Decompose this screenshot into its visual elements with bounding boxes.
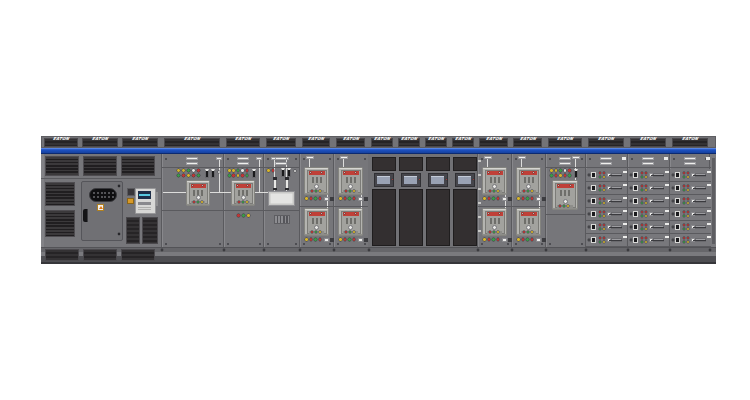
screw (295, 243, 297, 245)
bucket-tag (623, 210, 627, 213)
indicator-led (319, 231, 321, 233)
bucket-breaker[interactable] (591, 237, 596, 243)
bay-label-plate (275, 162, 287, 165)
breaker-contact-slot (532, 218, 534, 224)
indicator-led (267, 169, 270, 172)
indicator-led (193, 201, 195, 203)
screw (267, 243, 269, 245)
bucket-breaker[interactable] (633, 185, 638, 191)
brand-logo: EATON (398, 136, 419, 142)
breaker-charge-handle[interactable] (526, 225, 531, 230)
vent-grille (274, 215, 290, 224)
switch-button[interactable] (574, 169, 578, 178)
screw (549, 158, 551, 160)
indicator-led (526, 238, 529, 241)
screw (581, 243, 583, 245)
breaker-charge-handle[interactable] (492, 184, 497, 189)
breaker-contact-slot (193, 190, 195, 196)
bucket-breaker[interactable] (675, 185, 680, 191)
indicator-led (319, 238, 322, 241)
indicator-led (294, 170, 296, 172)
bucket-breaker[interactable] (591, 198, 596, 204)
drive-door (426, 189, 450, 246)
breaker-contact-slot (528, 177, 530, 183)
bucket-breaker[interactable] (633, 211, 638, 217)
bucket-breaker[interactable] (675, 224, 680, 230)
bay-frame-highlight (334, 154, 335, 247)
bay-frame-line (477, 206, 511, 207)
fuse-cap (273, 177, 277, 180)
breaker-contact-slot (528, 218, 530, 224)
indicator-led (630, 213, 632, 215)
switch-button[interactable] (281, 168, 285, 177)
breaker-charge-handle[interactable] (526, 184, 531, 189)
indicator-led (523, 231, 525, 233)
indicator-led (522, 197, 525, 200)
breaker-charge-handle[interactable] (492, 225, 497, 230)
aux-device (127, 188, 135, 196)
fuse-cap (285, 188, 289, 191)
indicator-led (588, 213, 590, 215)
bucket-breaker[interactable] (675, 198, 680, 204)
brand-logo: EATON (232, 136, 253, 142)
indicator-led (630, 174, 632, 176)
bucket-breaker[interactable] (633, 224, 638, 230)
switch-button[interactable] (252, 169, 256, 178)
bucket-breaker[interactable] (591, 224, 596, 230)
indicator-led (489, 231, 491, 233)
breaker-charge-handle[interactable] (314, 184, 319, 189)
louver-vent (45, 249, 79, 261)
indicator-led (246, 169, 249, 172)
end-panel-inset (712, 158, 715, 244)
breaker-charge-handle[interactable] (314, 225, 319, 230)
breaker-charge-handle[interactable] (348, 184, 353, 189)
bucket-handle-shaft (651, 188, 664, 189)
bucket-breaker[interactable] (675, 237, 680, 243)
switch-button[interactable] (211, 169, 215, 178)
bay-frame-highlight (512, 154, 513, 247)
breaker-contact-slot (346, 218, 348, 224)
breaker-charge-handle[interactable] (348, 225, 353, 230)
bucket-breaker[interactable] (591, 211, 596, 217)
breaker-charge-handle[interactable] (563, 199, 568, 204)
indicator-led (177, 174, 180, 177)
bay-label-plate (186, 157, 198, 160)
mimic-line (309, 159, 310, 167)
bucket-handle-shaft (693, 188, 706, 189)
bucket-breaker[interactable] (633, 198, 638, 204)
drive-door (399, 189, 423, 246)
bucket-breaker[interactable] (591, 185, 596, 191)
bucket-handle-shaft (651, 227, 664, 228)
indicator-led (669, 249, 671, 251)
bucket-breaker[interactable] (633, 237, 638, 243)
breaker-charge-handle[interactable] (196, 195, 201, 200)
bucket-tag (707, 197, 711, 200)
breaker-contact-slot (346, 177, 348, 183)
louver-vent (45, 156, 79, 176)
brand-logo: EATON (89, 136, 110, 142)
breaker-charge-handle[interactable] (241, 195, 246, 200)
brand-logo: EATON (270, 136, 291, 142)
meter-scan-line (139, 194, 150, 196)
indicator-led (310, 238, 313, 241)
screw (227, 243, 229, 245)
brand-logo: EATON (371, 136, 392, 142)
indicator-led (348, 197, 351, 200)
bucket-tag (665, 210, 669, 213)
switch-button[interactable] (205, 169, 209, 178)
door-handle[interactable] (83, 209, 88, 222)
brand-logo: EATON (483, 136, 504, 142)
mimic-line (521, 159, 522, 167)
indicator-led (585, 249, 587, 251)
breaker-nameplate (536, 238, 541, 242)
bucket-breaker[interactable] (591, 172, 596, 178)
breaker-contact-slot (350, 177, 352, 183)
link-box[interactable] (268, 191, 295, 206)
indicator-led (187, 169, 190, 172)
bucket-breaker[interactable] (675, 172, 680, 178)
bucket-breaker[interactable] (633, 172, 638, 178)
bucket-breaker[interactable] (675, 211, 680, 217)
switch-button[interactable] (287, 168, 291, 177)
breaker-contact-slot (560, 190, 562, 196)
indicator-led (531, 238, 534, 241)
